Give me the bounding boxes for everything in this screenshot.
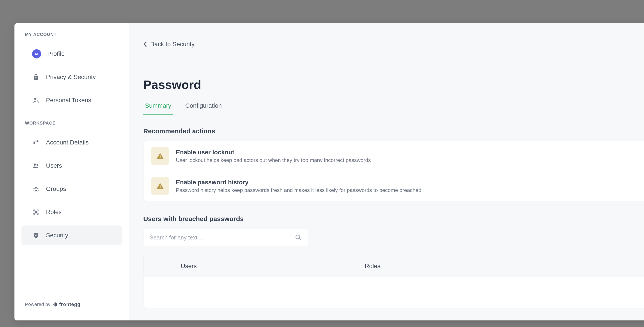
close-button[interactable] xyxy=(642,32,644,41)
table-column-roles: Roles xyxy=(365,263,644,270)
sidebar-item-label: Roles xyxy=(46,209,62,216)
search-input[interactable] xyxy=(150,234,295,241)
sidebar-item-label: Personal Tokens xyxy=(46,97,91,104)
user-key-icon xyxy=(32,96,40,104)
sidebar-item-users[interactable]: Users xyxy=(22,156,122,176)
action-text: Enable password history Password history… xyxy=(176,179,639,193)
recommended-actions-list: Enable user lockout User lockout helps k… xyxy=(143,141,644,201)
main-header: Back to Security xyxy=(129,23,644,65)
warning-icon xyxy=(151,177,169,195)
roles-icon xyxy=(32,208,40,216)
page-title: Password xyxy=(143,77,644,92)
sidebar-item-profile[interactable]: NI Profile xyxy=(22,44,122,64)
recommended-actions-heading: Recommended actions xyxy=(143,127,644,135)
svg-point-9 xyxy=(34,188,34,189)
sidebar-item-label: Security xyxy=(46,232,68,239)
search-box[interactable] xyxy=(143,229,308,246)
action-desc: User lockout helps keep bad actors out w… xyxy=(176,157,639,163)
back-link-label: Back to Security xyxy=(150,41,194,48)
frontegg-logo[interactable]: frontegg xyxy=(53,302,80,307)
avatar: NI xyxy=(32,49,41,58)
svg-point-5 xyxy=(34,142,35,144)
svg-point-6 xyxy=(34,163,36,166)
tab-summary[interactable]: Summary xyxy=(143,100,173,115)
svg-rect-17 xyxy=(160,185,160,187)
frontegg-icon xyxy=(53,302,58,307)
shield-check-icon xyxy=(32,231,40,239)
sidebar-item-label: Users xyxy=(46,162,62,169)
powered-by: Powered by frontegg xyxy=(14,295,129,314)
action-enable-password-history[interactable]: Enable password history Password history… xyxy=(144,171,644,201)
sidebar-item-roles[interactable]: Roles xyxy=(22,202,122,222)
action-text: Enable user lockout User lockout helps k… xyxy=(176,149,639,163)
sidebar-item-personal-tokens[interactable]: Personal Tokens xyxy=(22,90,122,110)
tabs: Summary Configuration xyxy=(143,100,644,115)
users-icon xyxy=(32,162,40,170)
sidebar-item-label: Account Details xyxy=(46,139,89,146)
svg-point-8 xyxy=(35,187,37,189)
table-body xyxy=(144,277,644,308)
groups-icon xyxy=(32,185,40,193)
main-content: Back to Security Password Summary Config… xyxy=(129,23,644,321)
svg-point-10 xyxy=(37,188,38,189)
svg-point-0 xyxy=(34,98,36,100)
sidebar-item-privacy-security[interactable]: Privacy & Security xyxy=(22,67,122,87)
sidebar-item-account-details[interactable]: Account Details xyxy=(22,133,122,152)
breached-users-table: Users Roles xyxy=(143,255,644,308)
settings-modal: MY ACCOUNT NI Profile Privacy & Security… xyxy=(14,23,644,321)
action-title: Enable password history xyxy=(176,179,639,186)
svg-point-7 xyxy=(36,164,38,166)
svg-rect-16 xyxy=(160,157,160,158)
frontegg-text: frontegg xyxy=(59,302,80,307)
svg-point-11 xyxy=(36,211,36,212)
action-title: Enable user lockout xyxy=(176,149,639,156)
svg-point-1 xyxy=(37,101,38,102)
warning-icon xyxy=(151,147,169,165)
svg-point-3 xyxy=(37,141,38,142)
powered-by-label: Powered by xyxy=(25,302,50,307)
svg-line-20 xyxy=(299,238,300,240)
content-area: Password Summary Configuration Recommend… xyxy=(129,65,644,321)
sliders-icon xyxy=(32,139,40,146)
close-icon xyxy=(643,33,644,40)
action-enable-user-lockout[interactable]: Enable user lockout User lockout helps k… xyxy=(144,141,644,171)
svg-rect-15 xyxy=(160,155,160,157)
sidebar-item-label: Profile xyxy=(47,50,64,57)
table-header: Users Roles xyxy=(144,255,644,277)
sidebar: MY ACCOUNT NI Profile Privacy & Security… xyxy=(14,23,129,321)
chevron-left-icon xyxy=(143,41,147,47)
table-column-users: Users xyxy=(144,263,365,270)
sidebar-section-workspace: WORKSPACE xyxy=(14,121,129,131)
action-desc: Password history helps keep passwords fr… xyxy=(176,187,639,193)
sidebar-item-label: Groups xyxy=(46,185,66,192)
sidebar-item-label: Privacy & Security xyxy=(46,73,96,80)
tab-configuration[interactable]: Configuration xyxy=(184,100,224,115)
breached-passwords-heading: Users with breached passwords xyxy=(143,215,644,223)
search-icon xyxy=(295,234,302,241)
sidebar-section-my-account: MY ACCOUNT xyxy=(14,32,129,42)
sidebar-item-security[interactable]: Security xyxy=(22,225,122,245)
back-to-security-link[interactable]: Back to Security xyxy=(143,41,194,48)
lock-icon xyxy=(32,73,40,81)
sidebar-item-groups[interactable]: Groups xyxy=(22,179,122,199)
svg-rect-18 xyxy=(160,187,160,188)
